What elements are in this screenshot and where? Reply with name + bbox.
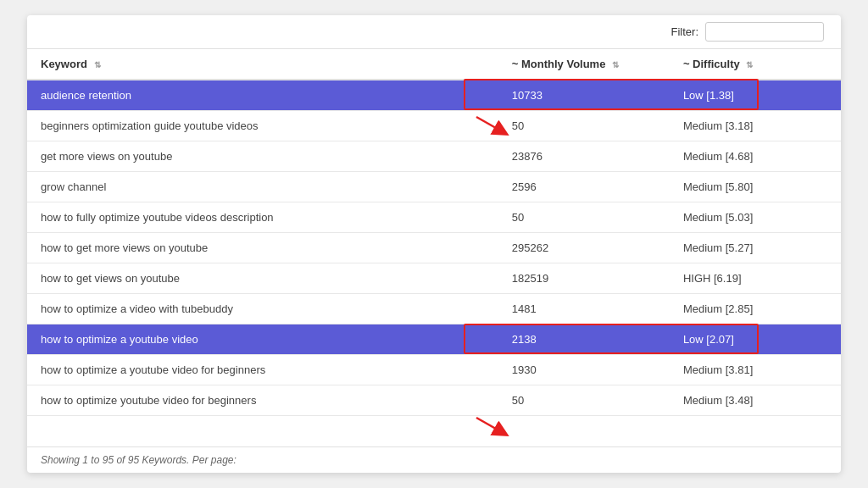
cell-volume: 182519 [498, 263, 670, 294]
table-row[interactable]: how to fully optimize youtube videos des… [27, 202, 841, 233]
pagination-bar: Showing 1 to 95 of 95 Keywords. Per page… [27, 446, 841, 473]
cell-difficulty: Medium [3.48] [670, 385, 841, 416]
table-wrapper[interactable]: Keyword ⇅ ~ Monthly Volume ⇅ ~ Difficult… [27, 49, 841, 446]
cell-difficulty: Low [1.38] [670, 80, 841, 111]
cell-keyword: how to fully optimize youtube videos des… [27, 202, 498, 233]
cell-difficulty: Medium [4.68] [670, 141, 841, 172]
cell-difficulty: Medium [2.85] [670, 294, 841, 324]
table-row[interactable]: beginners optimization guide youtube vid… [27, 111, 841, 141]
cell-keyword: get more views on youtube [27, 141, 498, 172]
arrow-2 [468, 413, 519, 439]
cell-keyword: how to optimize a youtube video for begi… [27, 355, 498, 385]
col-header-difficulty[interactable]: ~ Difficulty ⇅ [670, 49, 841, 80]
cell-keyword: beginners optimization guide youtube vid… [27, 111, 498, 141]
cell-keyword: how to get views on youtube [27, 263, 498, 294]
table-row[interactable]: how to get more views on youtube295262Me… [27, 233, 841, 263]
cell-difficulty: Medium [3.18] [670, 111, 841, 141]
cell-difficulty: Low [2.07] [670, 324, 841, 355]
cell-volume: 2138 [498, 324, 670, 355]
cell-volume: 23876 [498, 141, 670, 172]
table-row[interactable]: get more views on youtube23876Medium [4.… [27, 141, 841, 172]
filter-bar: Filter: [27, 15, 841, 49]
table-row[interactable]: how to optimize youtube video for beginn… [27, 385, 841, 416]
table-row[interactable]: how to optimize a youtube video2138Low [… [27, 324, 841, 355]
cell-volume: 295262 [498, 233, 670, 263]
table-row[interactable]: audience retention10733Low [1.38] [27, 80, 841, 111]
sort-icon-keyword: ⇅ [94, 60, 101, 69]
cell-keyword: audience retention [27, 80, 498, 111]
cell-difficulty: Medium [5.03] [670, 202, 841, 233]
cell-keyword: how to get more views on youtube [27, 233, 498, 263]
table-row[interactable]: how to get views on youtube182519HIGH [6… [27, 263, 841, 294]
cell-volume: 10733 [498, 80, 670, 111]
cell-volume: 1481 [498, 294, 670, 324]
sort-icon-difficulty: ⇅ [746, 60, 753, 69]
table-row[interactable]: how to optimize a youtube video for begi… [27, 355, 841, 385]
main-container: Filter: Keyword ⇅ ~ Monthly Volume ⇅ ~ D… [27, 15, 841, 473]
svg-line-3 [476, 418, 502, 432]
cell-volume: 1930 [498, 355, 670, 385]
table-row[interactable]: grow channel2596Medium [5.80] [27, 172, 841, 202]
cell-difficulty: Medium [5.80] [670, 172, 841, 202]
cell-keyword: how to optimize youtube video for beginn… [27, 385, 498, 416]
filter-label: Filter: [671, 25, 699, 38]
cell-difficulty: Medium [3.81] [670, 355, 841, 385]
cell-volume: 50 [498, 202, 670, 233]
cell-volume: 50 [498, 111, 670, 141]
col-header-keyword[interactable]: Keyword ⇅ [27, 49, 498, 80]
cell-keyword: how to optimize a video with tubebuddy [27, 294, 498, 324]
col-header-volume[interactable]: ~ Monthly Volume ⇅ [498, 49, 670, 80]
cell-difficulty: Medium [5.27] [670, 233, 841, 263]
sort-icon-volume: ⇅ [612, 60, 619, 69]
table-row[interactable]: how to optimize a video with tubebuddy14… [27, 294, 841, 324]
cell-keyword: how to optimize a youtube video [27, 324, 498, 355]
cell-volume: 50 [498, 385, 670, 416]
cell-keyword: grow channel [27, 172, 498, 202]
keyword-table: Keyword ⇅ ~ Monthly Volume ⇅ ~ Difficult… [27, 49, 841, 416]
cell-difficulty: HIGH [6.19] [670, 263, 841, 294]
filter-input[interactable] [705, 22, 824, 42]
cell-volume: 2596 [498, 172, 670, 202]
pagination-text: Showing 1 to 95 of 95 Keywords. Per page… [41, 454, 236, 466]
